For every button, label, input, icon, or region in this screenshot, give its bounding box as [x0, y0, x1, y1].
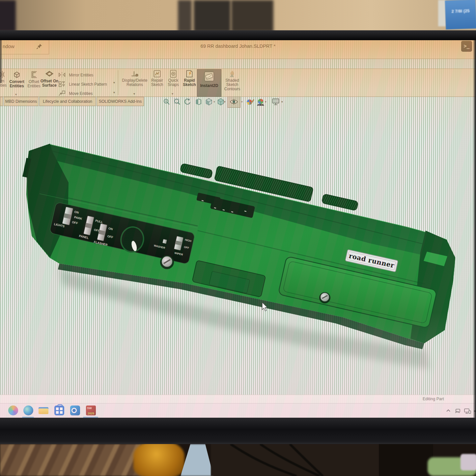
instant2d-icon: [204, 71, 215, 82]
mirror-entities-icon: [58, 71, 66, 78]
display-style-icon[interactable]: [217, 98, 225, 106]
rapid-sketch-icon: [185, 70, 194, 78]
wooden-desk: [0, 444, 143, 476]
linear-sketch-pattern-icon: [58, 81, 66, 87]
ribbon-button-repair-sketch[interactable]: Repair Sketch: [149, 70, 165, 87]
command-tabs-row: MBD Dimensions Lifecycle and Collaborati…: [0, 96, 476, 109]
taskbar: SW 2025: [0, 403, 476, 418]
room-background: 2 7/8l (25: [0, 0, 476, 32]
display-delete-caret[interactable]: ▾: [133, 92, 135, 96]
trim-label-2: tities: [0, 83, 7, 88]
ribbon-button-shaded-sketch-contours[interactable]: Shaded Sketch Contours: [222, 70, 242, 91]
product-box: 2 7/8l (25: [445, 0, 476, 30]
taskbar-file-explorer-icon[interactable]: [39, 406, 48, 415]
shaded-sketch-contours-icon: [228, 70, 237, 78]
terminal-icon[interactable]: >_: [461, 41, 472, 52]
taskbar-microsoft-store-icon[interactable]: [54, 406, 64, 415]
tab-sliver[interactable]: [0, 97, 3, 106]
room-object: [231, 0, 273, 32]
room-object: [194, 0, 231, 32]
quick-snaps-icon: [169, 70, 178, 78]
previous-view-icon[interactable]: [184, 98, 192, 106]
offset-entities-icon: [29, 70, 39, 79]
ribbon-button-move-entities[interactable]: Move Entities: [58, 90, 93, 97]
monitor-right-bezel-edge: [473, 40, 476, 418]
photo-of-monitor: 2 7/8l (25 ndow 69 RR dashboard Johan.SL…: [0, 0, 476, 476]
taskbar-copilot-icon[interactable]: [8, 406, 18, 415]
display-delete-relations-icon: [130, 70, 139, 78]
instant2d-label: Instant2D: [197, 83, 221, 88]
tab-lifecycle-collaboration[interactable]: Lifecycle and Collaboration: [39, 97, 96, 106]
plastic-bag: [461, 454, 476, 470]
offset-on-surface-icon: [45, 70, 54, 79]
ribbon-button-linear-sketch-pattern[interactable]: Linear Sketch Pattern: [58, 81, 107, 87]
move-entities-caret[interactable]: ▾: [113, 91, 115, 94]
product-box-text: 2 7/8l (25: [451, 8, 469, 14]
pill-bottle: [133, 444, 184, 476]
ribbon-toolbar: m tities Convert Entities ▾ Offset Entit…: [0, 69, 476, 97]
cable-area: [211, 444, 382, 476]
taskbar-solidworks-icon[interactable]: SW 2025: [86, 406, 96, 415]
tab-mbd-dimensions[interactable]: MBD Dimensions: [4, 97, 39, 106]
edit-appearance-icon[interactable]: [246, 98, 254, 106]
solidworks-letters: SW: [87, 406, 92, 410]
zoom-to-fit-icon[interactable]: [163, 98, 171, 106]
graphics-area[interactable]: ON PARK OFF LIGHTS PULL OFF PANEL ON: [0, 109, 476, 395]
display-style-caret[interactable]: ▾: [224, 100, 226, 103]
zoom-to-area-icon[interactable]: [173, 98, 181, 106]
status-mode: Editing Part: [423, 397, 444, 401]
dashboard-model: ON PARK OFF LIGHTS PULL OFF PANEL ON: [0, 109, 476, 395]
washer-button: [162, 239, 167, 244]
hide-show-items-button[interactable]: [227, 97, 240, 108]
convert-entities-icon: [12, 70, 21, 79]
taskbar-edge-icon[interactable]: [23, 406, 33, 415]
monitor-top-bezel: [0, 30, 476, 40]
room-shadow: [0, 0, 16, 32]
apply-scene-caret[interactable]: ▾: [265, 100, 266, 103]
taskbar-outlook-icon[interactable]: [70, 406, 80, 415]
tray-chevron-up-icon[interactable]: [445, 408, 451, 415]
monitor-left-bezel-edge: [0, 40, 2, 83]
convert-entities-caret[interactable]: ▾: [15, 93, 17, 96]
window-title: 69 RR dashboard Johan.SLDPRT *: [0, 43, 476, 49]
quick-snaps-caret[interactable]: ▾: [172, 92, 173, 96]
screw: [319, 292, 330, 303]
linear-pattern-caret[interactable]: ▾: [113, 81, 115, 84]
monitor-bottom-bezel: SAMSUNG: [0, 418, 476, 444]
view-orientation-icon[interactable]: [205, 98, 213, 106]
apply-scene-icon[interactable]: [256, 98, 265, 106]
status-bar: Editing Part: [0, 395, 476, 404]
desk-area: [0, 444, 476, 476]
eye-icon: [230, 98, 238, 105]
paper-object: [181, 444, 213, 476]
screen: ndow 69 RR dashboard Johan.SLDPRT * >_ m…: [0, 40, 476, 418]
view-settings-caret[interactable]: ▾: [281, 100, 283, 103]
tray-network-display-icon[interactable]: [464, 408, 471, 416]
ribbon-button-rapid-sketch[interactable]: Rapid Sketch: [181, 70, 198, 87]
section-view-icon[interactable]: [194, 98, 202, 106]
ribbon-button-instant2d[interactable]: Instant2D: [197, 69, 221, 97]
move-entities-icon: [58, 90, 66, 97]
hide-show-caret[interactable]: ▾: [241, 100, 243, 103]
monitor-stand: [379, 444, 433, 476]
ribbon-separator: [118, 70, 118, 95]
ribbon-button-quick-snaps[interactable]: Quick Snaps: [165, 70, 181, 87]
room-object: [178, 0, 192, 32]
ribbon-button-mirror-entities[interactable]: Mirror Entities: [58, 71, 93, 78]
headsup-view-toolbar: ▾ ▾ ▾ ▾ ▾: [158, 96, 296, 109]
screw: [160, 255, 174, 269]
tray-cast-icon[interactable]: [455, 408, 461, 416]
title-bar: ndow 69 RR dashboard Johan.SLDPRT * >_: [0, 40, 476, 59]
repair-sketch-icon: [153, 70, 162, 78]
view-settings-icon[interactable]: [271, 98, 281, 106]
ribbon-button-display-delete-relations[interactable]: Display/Delete Relations: [121, 70, 149, 87]
solidworks-year: 2025: [86, 412, 96, 415]
ribbon-button-offset-on-surface[interactable]: Offset On Surface: [40, 70, 59, 88]
tab-solidworks-addins[interactable]: SOLIDWORKS Add-Ins: [97, 97, 144, 106]
ribbon-button-convert-entities[interactable]: Convert Entities: [7, 70, 26, 88]
view-orientation-caret[interactable]: ▾: [213, 100, 215, 103]
dash-vent-right: [322, 194, 358, 210]
